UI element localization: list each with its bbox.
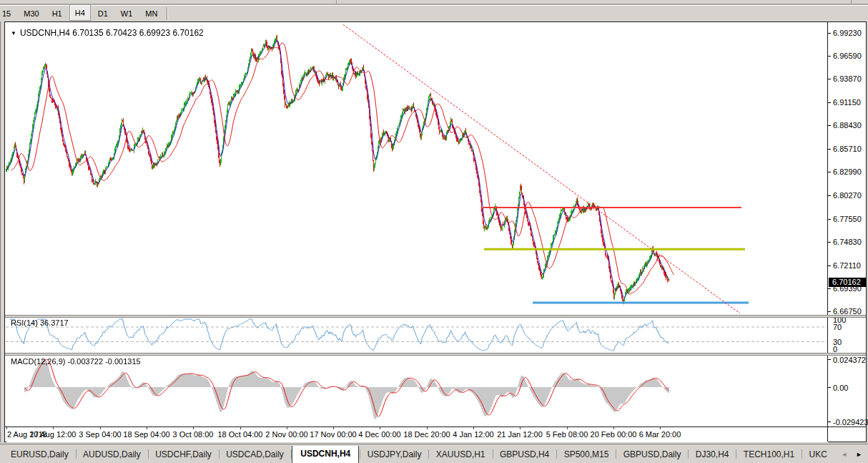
price-axis-tick: [828, 125, 831, 126]
tab-scroll-right-button[interactable]: ►: [856, 447, 862, 462]
tab-usdcad-daily[interactable]: USDCAD,Daily: [220, 447, 290, 463]
time-axis-tick: [333, 427, 334, 429]
terminal-window: 15M30H1H4D1W1MN ▼ USDCNH,H4 6.70135 6.70…: [0, 0, 868, 463]
macd-pane[interactable]: MACD(12,26,9) -0.003722 -0.001315: [6, 356, 827, 427]
time-axis-tick: [6, 427, 7, 429]
rsi-label: RSI(14) 36.3717: [11, 318, 69, 327]
time-axis-tick: [613, 427, 614, 429]
tab-tech100-h1[interactable]: TECH100,H1: [737, 447, 801, 463]
tab-xauusd-h1[interactable]: XAUUSD,H1: [430, 447, 492, 463]
symbol-ohlc-title: USDCNH,H4 6.70135 6.70423 6.69923 6.7016…: [20, 28, 204, 38]
macd-axis-label: -0.029423: [833, 418, 868, 427]
price-axis-label: 6.96590: [833, 52, 862, 60]
tab-gbpusd-h4[interactable]: GBPUSD,H4: [493, 447, 556, 463]
time-axis-tick: [287, 427, 287, 429]
price-axis-label: 6.80270: [833, 191, 862, 200]
time-axis[interactable]: 2 Aug 201817 Aug 12:003 Sep 04:0018 Sep …: [6, 427, 828, 442]
time-axis-tick: [380, 427, 380, 429]
tab-scroll-arrows: ◄ ►: [834, 447, 867, 462]
price-axis-label: 6.77550: [833, 215, 862, 223]
time-axis-tick: [427, 427, 428, 429]
price-axis-tick: [828, 242, 831, 243]
time-axis-label: 21 Jan 12:00: [497, 430, 543, 439]
timeframe-toolbar: 15M30H1H4D1W1MN: [0, 6, 868, 21]
time-axis-tick: [193, 427, 194, 429]
rsi-axis-label: 70: [833, 323, 842, 331]
macd-axis-label: 0.024372: [833, 356, 866, 364]
price-axis-tick: [828, 56, 831, 57]
time-axis-label: 18 Dec 20:00: [403, 430, 450, 439]
tab-sp500-m15[interactable]: SP500,M15: [558, 447, 616, 463]
time-axis-tick: [660, 427, 661, 429]
tab-usdcnh-h4[interactable]: USDCNH,H4: [292, 446, 359, 463]
time-axis-label: 6 Mar 20:00: [639, 430, 681, 439]
time-axis-tick: [147, 427, 147, 429]
macd-axis-label: 0.00: [833, 384, 848, 392]
price-axis-label: 6.93870: [833, 74, 862, 83]
symbol-info: ▼ USDCNH,H4 6.70135 6.70423 6.69923 6.70…: [11, 28, 204, 38]
pane-splitter[interactable]: [5, 353, 866, 356]
tab-eurusd-daily[interactable]: EURUSD,Daily: [4, 447, 75, 463]
price-axis-tick: [828, 102, 831, 103]
chart-bottom-line: [5, 427, 866, 427]
time-axis-label: 20 Feb 00:00: [591, 430, 637, 439]
timeframe-button-15[interactable]: 15: [0, 6, 16, 21]
time-axis-label: 3 Oct 08:00: [173, 430, 214, 439]
timeframe-button-h4[interactable]: H4: [69, 4, 91, 21]
price-axis-label: 6.88430: [833, 121, 862, 130]
timeframe-button-m30[interactable]: M30: [18, 6, 44, 21]
timeframe-button-mn[interactable]: MN: [139, 6, 163, 21]
time-axis-label: 17 Aug 12:00: [30, 430, 77, 439]
pane-splitter[interactable]: [5, 315, 866, 318]
toolbar-separator: [167, 7, 168, 20]
top-toolbar-strip: [0, 0, 868, 6]
price-axis-tick: [828, 149, 831, 150]
price-axis-tick: [828, 33, 831, 34]
time-axis-tick: [100, 427, 101, 429]
chart-window: ▼ USDCNH,H4 6.70135 6.70423 6.69923 6.70…: [4, 21, 867, 442]
rsi-canvas[interactable]: [6, 318, 827, 353]
price-axis[interactable]: 6.70162 6.992306.965906.938706.911506.88…: [827, 22, 866, 442]
price-axis-label: 6.99230: [833, 29, 862, 37]
price-axis-label: 6.72110: [833, 261, 861, 270]
macd-axis-tick: [828, 421, 831, 422]
timeframe-button-d1[interactable]: D1: [92, 6, 114, 21]
tab-dj30-h4[interactable]: DJ30,H4: [689, 447, 736, 463]
price-axis-label: 6.91150: [833, 98, 861, 107]
time-axis-label: 17 Nov 00:00: [310, 430, 356, 439]
price-axis-tick: [828, 172, 831, 172]
price-chart-canvas[interactable]: [6, 23, 827, 316]
time-axis-label: 4 Dec 00:00: [358, 430, 400, 439]
time-axis-tick: [520, 427, 521, 429]
price-axis-label: 6.85710: [833, 145, 862, 153]
price-axis-tick: [828, 219, 831, 220]
price-pane[interactable]: ▼ USDCNH,H4 6.70135 6.70423 6.69923 6.70…: [6, 23, 827, 316]
tab-scroll-left-button[interactable]: ◄: [841, 447, 847, 462]
macd-axis-tick: [828, 359, 831, 360]
time-axis-tick: [240, 427, 241, 429]
time-axis-tick: [53, 427, 54, 429]
time-axis-label: 3 Sep 04:00: [79, 430, 121, 439]
rsi-pane[interactable]: RSI(14) 36.3717: [6, 318, 827, 353]
macd-canvas[interactable]: [6, 356, 827, 427]
tab-gbpusd-daily[interactable]: GBPUSD,Daily: [617, 447, 688, 463]
window-left-edge: [0, 21, 1, 442]
tab-usdchf-daily[interactable]: USDCHF,Daily: [149, 447, 218, 463]
time-axis-tick: [567, 427, 568, 429]
tab-ukc[interactable]: UKC: [803, 447, 834, 463]
tab-usdjpy-daily[interactable]: USDJPY,Daily: [361, 447, 428, 463]
toolbar-divider: [851, 0, 852, 4]
timeframe-button-w1[interactable]: W1: [115, 6, 139, 21]
tab-audusd-daily[interactable]: AUDUSD,Daily: [77, 447, 147, 463]
time-axis-label: 18 Sep 04:00: [123, 430, 169, 439]
current-price-tag: 6.70162: [829, 278, 866, 287]
time-axis-label: 2 Nov 00:00: [265, 430, 307, 439]
price-axis-tick: [828, 195, 831, 196]
macd-axis-tick: [828, 387, 831, 388]
price-axis-tick: [828, 265, 831, 266]
symbol-dropdown-icon[interactable]: ▼: [11, 30, 16, 36]
chart-tab-bar: EURUSD,DailyAUDUSD,DailyUSDCHF,DailyUSDC…: [0, 444, 868, 463]
price-axis-tick: [828, 79, 831, 79]
timeframe-button-h1[interactable]: H1: [46, 6, 68, 21]
time-axis-label: 4 Jan 12:00: [453, 430, 494, 439]
